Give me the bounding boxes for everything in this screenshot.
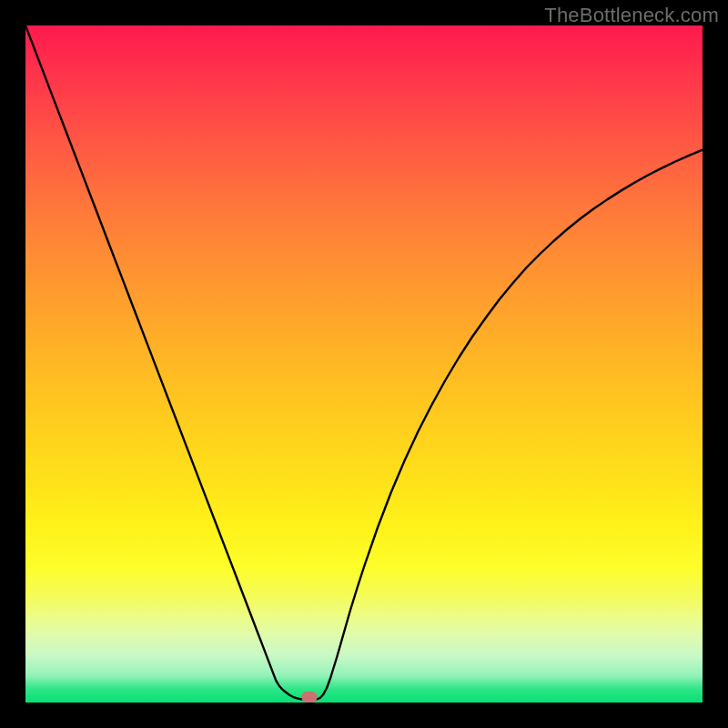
chart-frame: TheBottleneck.com [0, 0, 728, 728]
watermark-text: TheBottleneck.com [544, 4, 719, 27]
plot-area [25, 25, 703, 703]
bottleneck-curve [25, 25, 703, 703]
minimum-marker [301, 692, 317, 703]
